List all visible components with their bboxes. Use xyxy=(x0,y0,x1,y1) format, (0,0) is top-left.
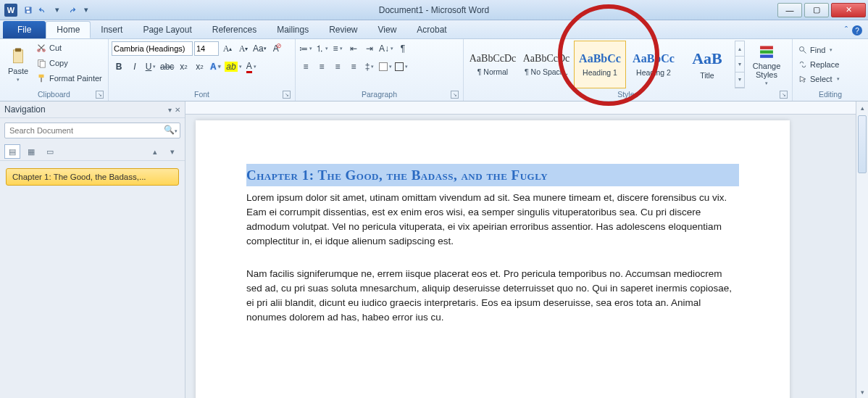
styles-more[interactable]: ▾ xyxy=(735,72,744,88)
select-button[interactable]: Select▾ xyxy=(798,72,862,86)
undo-icon[interactable] xyxy=(36,4,49,17)
borders-button[interactable] xyxy=(394,59,409,74)
svg-point-14 xyxy=(800,47,804,51)
align-center-button[interactable]: ≡ xyxy=(314,59,329,74)
text-effects-button[interactable]: A xyxy=(208,59,222,74)
find-button[interactable]: Find▾ xyxy=(798,43,862,57)
navpane-dropdown-icon[interactable]: ▾ xyxy=(168,106,172,114)
tab-review[interactable]: Review xyxy=(319,21,367,38)
line-spacing-button[interactable]: ‡ xyxy=(362,59,377,74)
body-paragraph-2[interactable]: Nam facilis signiferumque ne, errem iisq… xyxy=(246,267,739,326)
ribbon-tabstrip: File Home Insert Page Layout References … xyxy=(0,20,868,39)
scrollbar-thumb[interactable] xyxy=(858,115,867,173)
sort-button[interactable]: A↓ xyxy=(378,41,394,56)
style-normal[interactable]: AaBbCcDc¶ Normal xyxy=(467,41,519,88)
grow-font-button[interactable]: A▴ xyxy=(220,41,235,56)
decrease-indent-button[interactable]: ⇤ xyxy=(346,41,361,56)
navigation-title: Navigation xyxy=(4,104,46,115)
clipboard-dialog-launcher[interactable]: ↘ xyxy=(96,91,104,99)
body-paragraph-1[interactable]: Lorem ipsum dolor sit amet, utinam omitt… xyxy=(246,191,739,249)
clear-formatting-button[interactable]: A⊘ xyxy=(269,41,283,56)
svg-rect-11 xyxy=(760,46,773,49)
document-heading[interactable]: Chapter 1: The Good, the Badass, and the… xyxy=(246,165,739,186)
svg-rect-10 xyxy=(41,78,42,82)
strikethrough-button[interactable]: abc xyxy=(159,59,175,74)
font-dialog-launcher[interactable]: ↘ xyxy=(283,91,291,99)
scroll-down-icon[interactable]: ▾ xyxy=(856,386,868,398)
replace-button[interactable]: Replace xyxy=(798,58,862,71)
align-right-button[interactable]: ≡ xyxy=(330,59,345,74)
minimize-button[interactable]: — xyxy=(777,3,802,17)
search-icon[interactable]: 🔍▾ xyxy=(164,125,178,135)
document-page[interactable]: Chapter 1: The Good, the Badass, and the… xyxy=(196,120,790,398)
superscript-button[interactable]: x2 xyxy=(192,59,206,74)
svg-rect-9 xyxy=(39,75,44,78)
nav-view-pages[interactable]: ▦ xyxy=(23,144,39,159)
group-clipboard: Paste ▾ Cut Copy Format Painter Clipboar… xyxy=(0,39,109,101)
svg-rect-3 xyxy=(14,50,23,63)
style-heading-1[interactable]: AaBbCcHeading 1 xyxy=(574,41,626,88)
redo-icon[interactable] xyxy=(65,4,78,17)
horizontal-ruler[interactable] xyxy=(185,101,868,115)
svg-line-15 xyxy=(804,51,806,54)
maximize-button[interactable]: ▢ xyxy=(804,3,829,17)
styles-scroll-down[interactable]: ▾ xyxy=(735,57,744,72)
change-styles-button[interactable]: Change Styles▾ xyxy=(746,41,787,88)
styles-dialog-launcher[interactable]: ↘ xyxy=(780,91,788,99)
navpane-close-icon[interactable]: ✕ xyxy=(175,106,180,114)
numbering-button[interactable]: ⒈ xyxy=(314,41,329,56)
bold-button[interactable]: B xyxy=(112,59,126,74)
increase-indent-button[interactable]: ⇥ xyxy=(362,41,377,56)
nav-item-chapter-1[interactable]: Chapter 1: The Good, the Badass,... xyxy=(6,168,179,186)
cut-button[interactable]: Cut xyxy=(36,41,102,55)
copy-button[interactable]: Copy xyxy=(36,56,102,70)
highlight-button[interactable]: ab xyxy=(224,59,242,74)
tab-acrobat[interactable]: Acrobat xyxy=(406,21,456,38)
tab-home[interactable]: Home xyxy=(46,21,91,38)
minimize-ribbon-icon[interactable]: ˆ xyxy=(845,25,848,36)
underline-button[interactable]: U xyxy=(143,59,158,74)
justify-button[interactable]: ≡ xyxy=(346,59,361,74)
scroll-up-icon[interactable]: ▴ xyxy=(856,101,868,114)
show-hide-button[interactable]: ¶ xyxy=(396,41,410,56)
svg-rect-2 xyxy=(27,10,30,12)
customize-qat-icon[interactable]: ▾ xyxy=(80,4,93,17)
nav-view-headings[interactable]: ▤ xyxy=(4,144,20,159)
word-app-icon: W xyxy=(4,4,17,17)
save-icon[interactable] xyxy=(22,4,35,17)
nav-next-icon[interactable]: ▾ xyxy=(164,144,180,159)
shrink-font-button[interactable]: A▾ xyxy=(236,41,251,56)
vertical-scrollbar[interactable]: ▴ ▾ xyxy=(856,101,868,398)
paragraph-dialog-launcher[interactable]: ↘ xyxy=(451,91,459,99)
search-document-input[interactable] xyxy=(4,123,180,138)
bullets-button[interactable]: ≔ xyxy=(299,41,313,56)
help-icon[interactable]: ? xyxy=(852,25,862,36)
shading-button[interactable] xyxy=(378,59,393,74)
multilevel-list-button[interactable]: ≡ xyxy=(330,41,345,56)
tab-references[interactable]: References xyxy=(202,21,267,38)
font-color-button[interactable]: A xyxy=(244,59,259,74)
subscript-button[interactable]: x2 xyxy=(176,59,191,74)
font-name-combo[interactable] xyxy=(112,41,193,56)
paste-button[interactable]: Paste ▾ xyxy=(3,41,33,88)
style-heading-2[interactable]: AaBbCcHeading 2 xyxy=(627,41,680,88)
change-case-button[interactable]: Aa▾ xyxy=(252,41,267,56)
close-button[interactable]: ✕ xyxy=(831,3,866,17)
group-paragraph: ≔ ⒈ ≡ ⇤ ⇥ A↓ ¶ ≡ ≡ ≡ ≡ ‡ Paragraph↘ xyxy=(296,39,464,101)
qat-dropdown-icon[interactable]: ▾ xyxy=(51,4,64,17)
font-size-combo[interactable] xyxy=(194,41,219,56)
tab-page-layout[interactable]: Page Layout xyxy=(133,21,201,38)
nav-prev-icon[interactable]: ▴ xyxy=(147,144,163,159)
nav-view-results[interactable]: ▭ xyxy=(42,144,58,159)
title-bar: W ▾ ▾ Document1 - Microsoft Word — ▢ ✕ xyxy=(0,0,868,20)
format-painter-button[interactable]: Format Painter xyxy=(36,71,102,86)
tab-view[interactable]: View xyxy=(368,21,407,38)
style-no-spacing[interactable]: AaBbCcDc¶ No Spaci... xyxy=(520,41,572,88)
styles-scroll-up[interactable]: ▴ xyxy=(735,41,744,57)
tab-insert[interactable]: Insert xyxy=(91,21,133,38)
italic-button[interactable]: I xyxy=(128,59,142,74)
align-left-button[interactable]: ≡ xyxy=(299,59,313,74)
tab-mailings[interactable]: Mailings xyxy=(267,21,319,38)
file-tab[interactable]: File xyxy=(3,21,46,38)
style-title[interactable]: AaBTitle xyxy=(681,41,733,88)
